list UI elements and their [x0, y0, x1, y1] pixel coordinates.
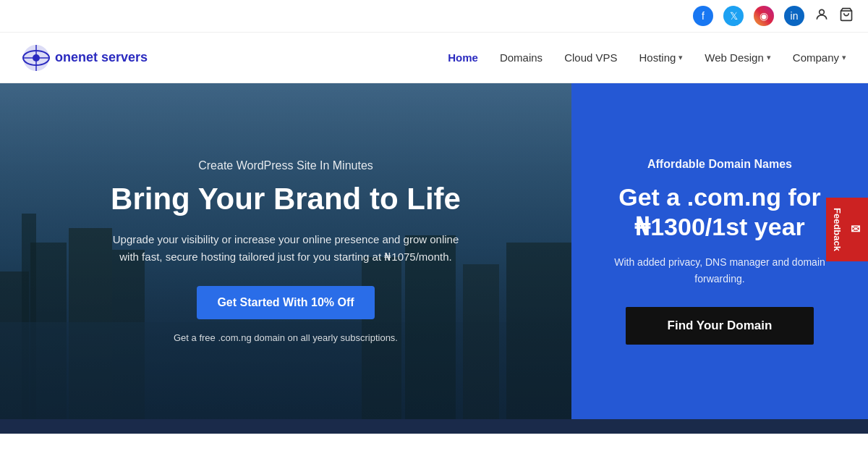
promo-title: Get a .com.ng for ₦1300/1st year	[593, 182, 846, 242]
cart-icon[interactable]	[839, 7, 854, 25]
nav-item-domains[interactable]: Domains	[500, 51, 542, 64]
top-bar: f 𝕏 ◉ in	[0, 0, 868, 33]
hero-section: Create WordPress Site In Minutes Bring Y…	[0, 83, 571, 419]
hero-note: Get a free .com.ng domain on all yearly …	[105, 332, 467, 343]
account-icon[interactable]	[814, 7, 829, 25]
nav-link-home[interactable]: Home	[448, 51, 478, 64]
feedback-tab[interactable]: ✉ Feedback	[826, 198, 868, 261]
nav-link-domains[interactable]: Domains	[500, 51, 542, 64]
logo-text: onenet servers	[55, 50, 148, 65]
nav-item-webdesign[interactable]: Web Design ▾	[705, 51, 770, 64]
find-domain-button[interactable]: Find Your Domain	[626, 307, 814, 345]
nav-link-webdesign[interactable]: Web Design ▾	[705, 51, 770, 64]
nav-links: Home Domains Cloud VPS Hosting ▾ Web Des…	[448, 51, 846, 64]
webdesign-chevron-icon: ▾	[767, 53, 771, 62]
twitter-icon[interactable]: 𝕏	[723, 6, 744, 26]
bottom-bar	[0, 419, 868, 434]
promo-section: Affordable Domain Names Get a .com.ng fo…	[571, 83, 868, 419]
feedback-label: Feedback	[832, 208, 843, 251]
hero-subtitle: Create WordPress Site In Minutes	[105, 159, 467, 172]
hero-description: Upgrade your visibility or increase your…	[105, 231, 467, 266]
nav-link-hosting[interactable]: Hosting ▾	[639, 51, 684, 64]
logo[interactable]: onenet servers	[22, 43, 148, 72]
hosting-chevron-icon: ▾	[678, 53, 683, 62]
nav-link-cloudvps[interactable]: Cloud VPS	[564, 51, 617, 64]
promo-description: With added privacy, DNS manager and doma…	[593, 254, 846, 287]
navbar: onenet servers Home Domains Cloud VPS Ho…	[0, 33, 868, 83]
nav-item-hosting[interactable]: Hosting ▾	[639, 51, 684, 64]
hero-content: Create WordPress Site In Minutes Bring Y…	[61, 145, 510, 357]
nav-item-home[interactable]: Home	[448, 51, 478, 64]
company-chevron-icon: ▾	[842, 53, 846, 62]
hero-cta-button[interactable]: Get Started With 10% Off	[197, 286, 374, 319]
feedback-icon: ✉	[848, 222, 862, 236]
hero-wrapper: Create WordPress Site In Minutes Bring Y…	[0, 83, 868, 419]
facebook-icon[interactable]: f	[693, 6, 713, 26]
promo-label: Affordable Domain Names	[647, 158, 792, 171]
hero-title: Bring Your Brand to Life	[105, 181, 467, 217]
instagram-icon[interactable]: ◉	[754, 6, 774, 26]
svg-point-0	[820, 9, 825, 14]
nav-link-company[interactable]: Company ▾	[793, 51, 846, 64]
nav-item-cloudvps[interactable]: Cloud VPS	[564, 51, 617, 64]
nav-item-company[interactable]: Company ▾	[793, 51, 846, 64]
linkedin-icon[interactable]: in	[784, 6, 804, 26]
